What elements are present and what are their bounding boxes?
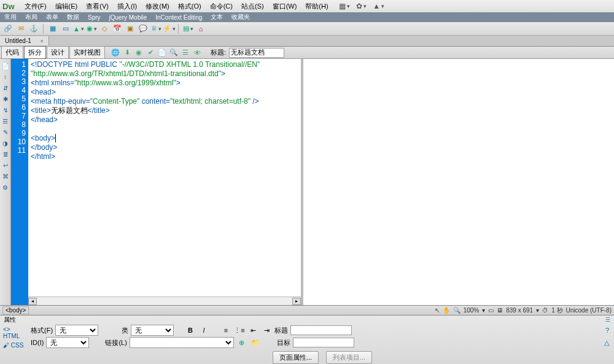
- menu-edit[interactable]: 编辑(E): [52, 1, 82, 12]
- quick-tag-icon[interactable]: △: [604, 339, 614, 347]
- ol-button[interactable]: ⋮≡: [234, 325, 245, 336]
- layout-icon[interactable]: ▦▾: [340, 1, 349, 11]
- scroll-right-icon[interactable]: ▸: [292, 298, 301, 305]
- open-docs-icon[interactable]: 📄: [1, 61, 10, 70]
- menu-view[interactable]: 查看(V): [82, 1, 112, 12]
- view-design-button[interactable]: 设计: [47, 46, 69, 59]
- id-select[interactable]: 无: [46, 337, 89, 348]
- screen-icon[interactable]: 🖥: [497, 307, 503, 314]
- table-icon[interactable]: ▦: [47, 23, 58, 34]
- menu-format[interactable]: 格式(O): [174, 1, 205, 12]
- class-select[interactable]: 无: [131, 325, 174, 336]
- tab-data[interactable]: 数据: [63, 12, 84, 22]
- balance-icon[interactable]: ↯: [1, 106, 10, 114]
- template-icon[interactable]: ▤▾: [182, 23, 193, 34]
- view-live-button[interactable]: 实时视图: [69, 46, 105, 59]
- image-icon[interactable]: ▲▾: [73, 23, 84, 34]
- props-css-tab[interactable]: 🖌 CSS: [1, 341, 29, 349]
- indent-icon[interactable]: ≣: [1, 150, 10, 158]
- props-title[interactable]: 属性: [4, 316, 16, 324]
- tab-layout[interactable]: 布局: [21, 12, 42, 22]
- view-code-button[interactable]: 代码: [1, 46, 23, 59]
- visual-aids-icon[interactable]: 👁: [192, 48, 202, 58]
- browse-folder-icon[interactable]: 📁: [250, 337, 261, 348]
- h-scrollbar[interactable]: ◂ ▸: [28, 296, 301, 305]
- zoom-level[interactable]: 100%: [464, 307, 480, 314]
- preview-icon[interactable]: 🔍: [169, 48, 179, 58]
- pointer-icon[interactable]: ↖: [435, 307, 440, 314]
- format-icon[interactable]: ⚙: [1, 183, 10, 192]
- menu-window[interactable]: 窗口(W): [269, 1, 301, 12]
- help-icon[interactable]: ?: [605, 327, 614, 334]
- hand-icon[interactable]: ✋: [443, 307, 450, 314]
- widget-icon[interactable]: ◇: [99, 23, 110, 34]
- user-icon[interactable]: ▲▾: [374, 1, 384, 11]
- highlight-icon[interactable]: ✎: [1, 128, 10, 136]
- window-dims[interactable]: 839 x 691: [506, 307, 533, 314]
- italic-button[interactable]: I: [198, 325, 209, 336]
- date-icon[interactable]: 📅: [112, 23, 123, 34]
- title-input2[interactable]: [290, 325, 352, 335]
- expand-icon[interactable]: ⇵: [1, 83, 10, 92]
- tag-selector[interactable]: <body>: [2, 306, 29, 314]
- live-code-icon[interactable]: ⬇: [122, 48, 132, 58]
- device-icon[interactable]: ▭: [488, 307, 494, 314]
- comment-icon[interactable]: 💬: [138, 23, 149, 34]
- page-props-button[interactable]: 页面属性...: [273, 351, 319, 364]
- tab-jquery[interactable]: jQuery Mobile: [105, 14, 152, 21]
- close-tab-icon[interactable]: ×: [41, 38, 44, 44]
- design-preview[interactable]: [301, 59, 614, 305]
- anchor-icon[interactable]: ⚓: [28, 23, 39, 34]
- menu-file[interactable]: 文件(F): [21, 1, 50, 12]
- code-content[interactable]: <!DOCTYPE html PUBLIC "-//W3C//DTD XHTML…: [28, 59, 301, 305]
- server-icon[interactable]: ▣: [125, 23, 136, 34]
- render-icon[interactable]: ◉: [134, 48, 144, 58]
- zoom-drop-icon[interactable]: ▾: [482, 307, 485, 314]
- props-menu-icon[interactable]: ☰: [605, 317, 610, 323]
- hyperlink-icon[interactable]: 🔗: [2, 23, 14, 34]
- indent-button[interactable]: ⇥: [261, 325, 272, 336]
- title-input[interactable]: [229, 48, 284, 58]
- inspect-icon[interactable]: 🌐: [111, 48, 120, 58]
- tab-text[interactable]: 文本: [206, 12, 227, 22]
- props-html-tab[interactable]: <> HTML: [1, 325, 29, 340]
- select-parent-icon[interactable]: ✱: [1, 95, 10, 103]
- menu-site[interactable]: 站点(S): [238, 1, 268, 12]
- scroll-left-icon[interactable]: ◂: [28, 298, 37, 305]
- bold-button[interactable]: B: [185, 325, 196, 336]
- zoom-icon[interactable]: 🔍: [453, 307, 460, 314]
- target-input[interactable]: [293, 338, 354, 347]
- file-mgmt-icon[interactable]: 📄: [157, 48, 167, 58]
- link-select[interactable]: [130, 337, 234, 348]
- document-tab[interactable]: Untitled-1 ×: [0, 36, 49, 45]
- point-to-file-icon[interactable]: ⊕: [236, 337, 247, 348]
- workspace-icon[interactable]: ✿▾: [357, 1, 367, 11]
- snippet-icon[interactable]: ⌘: [1, 172, 10, 180]
- tab-spry[interactable]: Spry: [84, 14, 105, 21]
- line-nums-icon[interactable]: ☰: [1, 117, 10, 125]
- tab-favorites[interactable]: 收藏夹: [227, 12, 254, 22]
- tab-forms[interactable]: 表单: [42, 12, 63, 22]
- format-select[interactable]: 无: [55, 325, 98, 336]
- email-icon[interactable]: ✉: [15, 23, 26, 34]
- media-icon[interactable]: ◉▾: [86, 23, 97, 34]
- dims-drop-icon[interactable]: ▾: [536, 307, 539, 314]
- check-icon[interactable]: ✔: [146, 48, 155, 58]
- options-icon[interactable]: ☰: [181, 48, 190, 58]
- collapse-icon[interactable]: ↕: [1, 72, 10, 81]
- ul-button[interactable]: ≡: [220, 325, 231, 336]
- menu-modify[interactable]: 修改(M): [142, 1, 173, 12]
- script-icon[interactable]: ⚡▾: [163, 23, 174, 34]
- syntax-icon[interactable]: ◑: [1, 139, 10, 147]
- menu-insert[interactable]: 插入(I): [114, 1, 141, 12]
- wrap-icon[interactable]: ↩: [1, 161, 10, 169]
- tab-common[interactable]: 常用: [0, 12, 21, 22]
- menu-help[interactable]: 帮助(H): [301, 1, 332, 12]
- tag-icon[interactable]: ⌂: [195, 23, 206, 34]
- tab-incontext[interactable]: InContext Editing: [151, 14, 206, 21]
- menu-commands[interactable]: 命令(C): [206, 1, 236, 12]
- view-split-button[interactable]: 拆分: [24, 46, 46, 59]
- outdent-button[interactable]: ⇤: [247, 325, 258, 336]
- div-icon[interactable]: ▭: [60, 23, 71, 34]
- head-icon[interactable]: ♕▾: [150, 23, 161, 34]
